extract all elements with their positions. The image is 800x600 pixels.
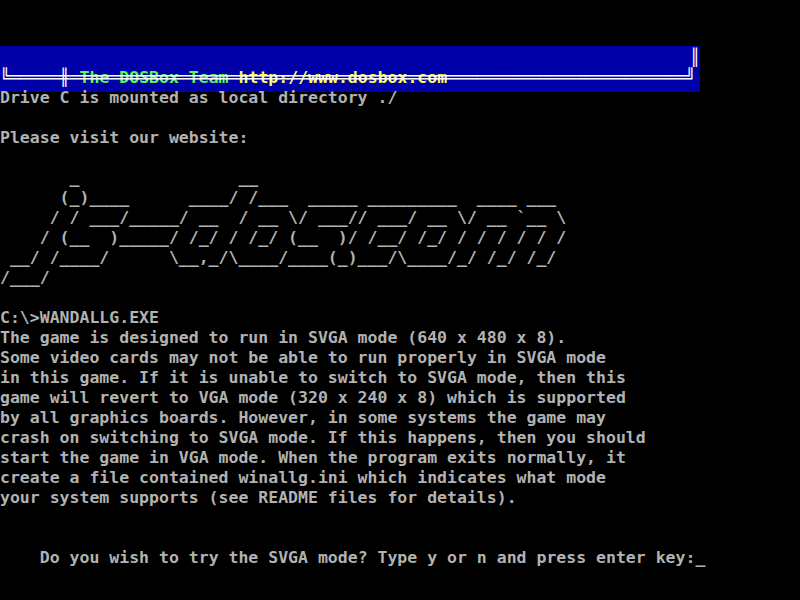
terminal-output: Drive C is mounted as local directory ./… xyxy=(0,88,646,508)
banner-title-row: ║The DOSBox Teamhttp://www.dosbox.com ║ xyxy=(0,48,700,68)
command-prompt-line[interactable]: Do you wish to try the SVGA mode? Type y… xyxy=(0,528,705,588)
banner-bottom-border: ╚═══════════════════════════════════════… xyxy=(0,68,695,88)
banner-border-right: ║ xyxy=(690,48,700,68)
dosbox-terminal-screen: ║The DOSBox Teamhttp://www.dosbox.com ║ … xyxy=(0,0,800,600)
dosbox-banner: ║The DOSBox Teamhttp://www.dosbox.com ║ … xyxy=(0,46,700,92)
text-cursor[interactable]: _ xyxy=(695,548,705,568)
prompt-text: Do you wish to try the SVGA mode? Type y… xyxy=(40,548,696,567)
